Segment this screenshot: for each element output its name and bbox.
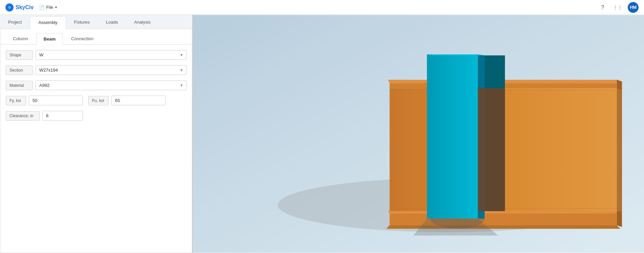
top-tabs: Project Assembly Fixtures Loads Analysis (0, 15, 192, 29)
fy-label: Fy, ksi (6, 96, 26, 105)
svg-marker-12 (617, 88, 622, 212)
apps-icon: ⋮⋮ (613, 5, 622, 10)
help-icon: ? (601, 4, 604, 10)
svg-marker-21 (478, 88, 505, 211)
logo-text: SkyCiv (16, 4, 34, 10)
svg-marker-19 (427, 54, 485, 55)
clearance-row: Clearance, in (6, 111, 186, 121)
section-label: Section (6, 66, 33, 75)
shape-select-wrapper[interactable]: W HSS L C S HP (36, 50, 186, 60)
subtab-beam[interactable]: Beam (37, 33, 63, 45)
tab-fixtures[interactable]: Fixtures (66, 16, 98, 29)
section-row: Section W27x194 W24x162 W21x132 W18x97 (6, 65, 186, 75)
fu-input[interactable] (111, 96, 165, 105)
fy-fu-row: Fy, ksi Fu, ksi (6, 96, 186, 105)
file-icon: 📄 (39, 5, 45, 10)
svg-marker-6 (388, 211, 619, 213)
help-button[interactable]: ? (598, 3, 607, 12)
avatar-initials: HM (630, 5, 637, 10)
left-panel: Project Assembly Fixtures Loads Analysis… (0, 15, 193, 253)
material-label: Material (6, 81, 33, 90)
top-nav: SkyCiv 📄 File ▾ ? ⋮⋮ HM (0, 0, 644, 15)
shape-select[interactable]: W HSS L C S HP (39, 52, 176, 57)
clearance-label: Clearance, in (6, 111, 40, 121)
main-layout: Project Assembly Fixtures Loads Analysis… (0, 15, 644, 253)
file-menu[interactable]: 📄 File ▾ (39, 5, 57, 10)
clearance-input[interactable] (42, 111, 83, 121)
shape-label: Shape (6, 50, 33, 60)
svg-point-1 (9, 7, 10, 8)
material-select[interactable]: A992 A36 A572 A500 (39, 83, 176, 88)
subtab-connection[interactable]: Connection (64, 33, 101, 44)
right-panel: ↖ ▲ Export Model (STL) (193, 15, 644, 253)
fu-label: Fu, ksi (88, 96, 109, 105)
material-select-wrapper[interactable]: A992 A36 A572 A500 (36, 80, 186, 90)
file-label: File (46, 5, 53, 10)
file-chevron-icon: ▾ (55, 5, 57, 9)
nav-right: ? ⋮⋮ HM (598, 2, 639, 13)
logo: SkyCiv (5, 3, 34, 11)
apps-button[interactable]: ⋮⋮ (613, 3, 622, 12)
skyciv-logo-icon (5, 3, 14, 11)
form-body: Shape W HSS L C S HP Section (0, 45, 192, 126)
shape-row: Shape W HSS L C S HP (6, 50, 186, 60)
fy-input[interactable] (29, 96, 83, 105)
section-select-wrapper[interactable]: W27x194 W24x162 W21x132 W18x97 (36, 65, 186, 75)
card-panel: Column Beam Connection Shape W HSS L C (0, 29, 192, 253)
section-select[interactable]: W27x194 W24x162 W21x132 W18x97 (39, 68, 176, 73)
subtab-column[interactable]: Column (6, 33, 35, 44)
svg-marker-17 (427, 54, 478, 219)
material-row: Material A992 A36 A572 A500 (6, 80, 186, 90)
sub-tabs: Column Beam Connection (0, 29, 192, 45)
avatar[interactable]: HM (628, 2, 639, 13)
tab-assembly[interactable]: Assembly (30, 16, 66, 29)
scene-3d (193, 15, 644, 253)
tab-project[interactable]: Project (0, 16, 30, 29)
tab-analysis[interactable]: Analysis (126, 16, 158, 29)
tab-loads[interactable]: Loads (98, 16, 126, 29)
